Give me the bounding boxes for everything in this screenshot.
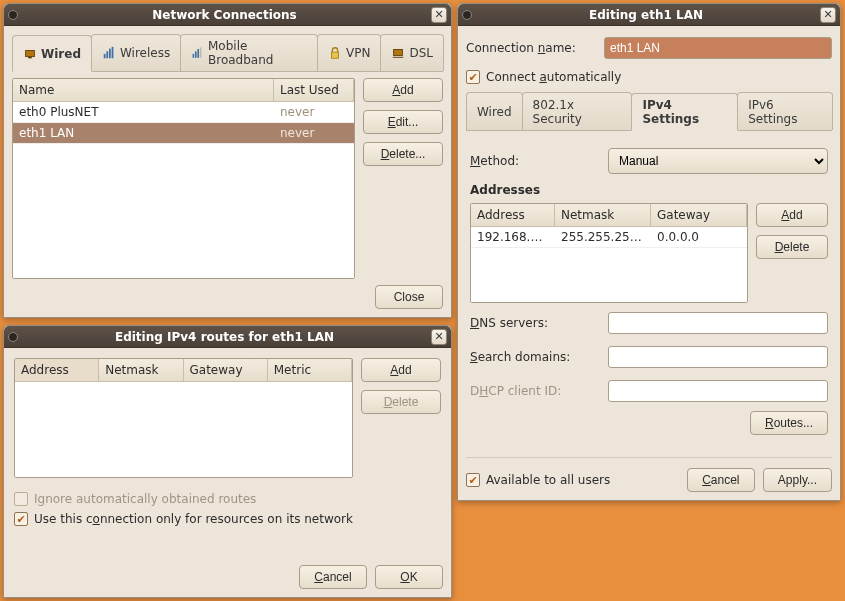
col-gateway[interactable]: Gateway xyxy=(651,204,747,226)
row-name: eth0 PlusNET xyxy=(13,102,274,122)
method-select[interactable]: Manual xyxy=(608,148,828,174)
tab-mobile-label: Mobile Broadband xyxy=(208,39,307,67)
search-domains-label: Search domains: xyxy=(470,350,600,364)
connect-auto-label: Connect automatically xyxy=(486,70,621,84)
addr-delete-button[interactable]: Delete xyxy=(756,235,828,259)
col-address[interactable]: Address xyxy=(15,359,99,381)
lock-icon xyxy=(328,46,342,60)
conn-name-label: Connection name: xyxy=(466,41,596,55)
col-last-used[interactable]: Last Used xyxy=(274,79,354,101)
connect-auto-checkbox[interactable] xyxy=(466,70,480,84)
addresses-list[interactable]: Address Netmask Gateway 192.168.1.2 255.… xyxy=(470,203,748,303)
network-connections-window: Network Connections ✕ Wired Wireless Mob… xyxy=(3,3,452,318)
tab-wireless[interactable]: Wireless xyxy=(91,34,181,71)
tab-mobile-broadband[interactable]: Mobile Broadband xyxy=(180,34,318,71)
available-all-label: Available to all users xyxy=(486,473,610,487)
connections-list[interactable]: Name Last Used eth0 PlusNET never eth1 L… xyxy=(12,78,355,279)
tab-vpn[interactable]: VPN xyxy=(317,34,381,71)
col-netmask[interactable]: Netmask xyxy=(555,204,651,226)
dns-input[interactable] xyxy=(608,312,828,334)
method-label: Method: xyxy=(470,154,600,168)
connection-type-tabs: Wired Wireless Mobile Broadband VPN DSL xyxy=(12,34,443,72)
add-button[interactable]: Add xyxy=(363,78,443,102)
tab-ipv4[interactable]: IPv4 Settings xyxy=(631,93,738,131)
mobile-icon xyxy=(191,46,204,60)
only-this-net-label: Use this connection only for resources o… xyxy=(34,512,353,526)
tab-wired-label: Wired xyxy=(41,47,81,61)
addr-add-button[interactable]: Add xyxy=(756,203,828,227)
wired-icon xyxy=(23,47,37,61)
list-row[interactable]: eth1 LAN never xyxy=(13,123,354,144)
routes-button[interactable]: Routes... xyxy=(750,411,828,435)
col-netmask[interactable]: Netmask xyxy=(99,359,183,381)
netmask-cell: 255.255.255.0 xyxy=(555,227,651,247)
titlebar[interactable]: Network Connections ✕ xyxy=(4,4,451,26)
window-menu-icon[interactable] xyxy=(8,332,18,342)
window-title: Network Connections xyxy=(18,8,431,22)
svg-rect-5 xyxy=(112,47,114,58)
svg-rect-4 xyxy=(109,49,111,59)
dhcp-client-id-label: DHCP client ID: xyxy=(470,384,600,398)
route-delete-button: Delete xyxy=(361,390,441,414)
available-all-checkbox[interactable] xyxy=(466,473,480,487)
only-this-net-checkbox[interactable] xyxy=(14,512,28,526)
col-gateway[interactable]: Gateway xyxy=(184,359,268,381)
tab-dsl-label: DSL xyxy=(409,46,433,60)
list-header: Address Netmask Gateway Metric xyxy=(15,359,352,382)
conn-name-input[interactable] xyxy=(604,37,832,59)
svg-rect-8 xyxy=(198,49,200,58)
svg-rect-11 xyxy=(394,50,403,56)
titlebar[interactable]: Editing IPv4 routes for eth1 LAN ✕ xyxy=(4,326,451,348)
settings-tabs: Wired 802.1x Security IPv4 Settings IPv6… xyxy=(466,92,832,131)
close-button[interactable]: Close xyxy=(375,285,443,309)
col-metric[interactable]: Metric xyxy=(268,359,352,381)
tab-vpn-label: VPN xyxy=(346,46,370,60)
address-row[interactable]: 192.168.1.2 255.255.255.0 0.0.0.0 xyxy=(471,227,747,248)
svg-rect-6 xyxy=(193,54,195,58)
dns-label: DNS servers: xyxy=(470,316,600,330)
edit-apply-button[interactable]: Apply... xyxy=(763,468,832,492)
close-icon[interactable]: ✕ xyxy=(431,7,447,23)
routes-ok-button[interactable]: OK xyxy=(375,565,443,589)
delete-button[interactable]: Delete... xyxy=(363,142,443,166)
route-add-button[interactable]: Add xyxy=(361,358,441,382)
svg-rect-10 xyxy=(332,52,339,58)
list-row[interactable]: eth0 PlusNET never xyxy=(13,102,354,123)
edit-connection-window: Editing eth1 LAN ✕ Connection name: Conn… xyxy=(457,3,841,501)
routes-window: Editing IPv4 routes for eth1 LAN ✕ Addre… xyxy=(3,325,452,598)
ignore-routes-checkbox xyxy=(14,492,28,506)
ignore-routes-label: Ignore automatically obtained routes xyxy=(34,492,256,506)
window-menu-icon[interactable] xyxy=(8,10,18,20)
svg-rect-7 xyxy=(195,51,197,57)
tab-wired[interactable]: Wired xyxy=(12,35,92,72)
tab-8021x[interactable]: 802.1x Security xyxy=(522,92,633,130)
col-address[interactable]: Address xyxy=(471,204,555,226)
titlebar[interactable]: Editing eth1 LAN ✕ xyxy=(458,4,840,26)
tab-wired-settings[interactable]: Wired xyxy=(466,92,523,130)
window-menu-icon[interactable] xyxy=(462,10,472,20)
edit-button[interactable]: Edit... xyxy=(363,110,443,134)
search-domains-input[interactable] xyxy=(608,346,828,368)
close-icon[interactable]: ✕ xyxy=(820,7,836,23)
svg-rect-0 xyxy=(26,50,35,56)
tab-ipv6[interactable]: IPv6 Settings xyxy=(737,92,833,130)
close-icon[interactable]: ✕ xyxy=(431,329,447,345)
routes-list[interactable]: Address Netmask Gateway Metric xyxy=(14,358,353,478)
row-name: eth1 LAN xyxy=(13,123,274,143)
row-last: never xyxy=(274,123,354,143)
list-header: Address Netmask Gateway xyxy=(471,204,747,227)
dhcp-client-id-input xyxy=(608,380,828,402)
edit-cancel-button[interactable]: Cancel xyxy=(687,468,755,492)
row-last: never xyxy=(274,102,354,122)
addresses-label: Addresses xyxy=(470,183,828,197)
wireless-icon xyxy=(102,46,116,60)
routes-cancel-button[interactable]: Cancel xyxy=(299,565,367,589)
window-title: Editing IPv4 routes for eth1 LAN xyxy=(18,330,431,344)
col-name[interactable]: Name xyxy=(13,79,274,101)
svg-rect-3 xyxy=(106,51,108,58)
dsl-icon xyxy=(391,46,405,60)
svg-rect-1 xyxy=(28,56,32,58)
list-header: Name Last Used xyxy=(13,79,354,102)
addr-cell: 192.168.1.2 xyxy=(471,227,555,247)
tab-dsl[interactable]: DSL xyxy=(380,34,444,71)
